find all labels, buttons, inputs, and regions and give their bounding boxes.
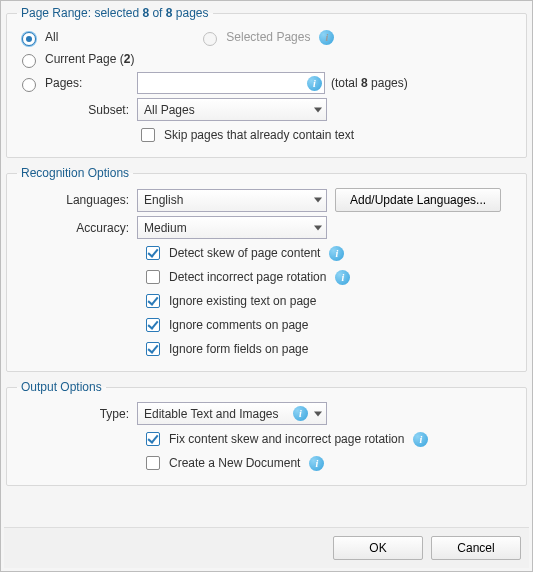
- total-pages-text: (total 8 pages): [331, 76, 408, 90]
- type-select[interactable]: Editable Text and Images i: [137, 402, 327, 425]
- check-ignore-text-label: Ignore existing text on page: [169, 294, 316, 308]
- accuracy-select[interactable]: Medium: [137, 216, 327, 239]
- chevron-down-icon: [314, 107, 322, 112]
- radio-selected-pages: Selected Pages i: [198, 29, 334, 46]
- ocr-dialog: Page Range: selected 8 of 8 pages All Se…: [0, 0, 533, 572]
- radio-current-page-label: Current Page (2): [45, 52, 134, 66]
- info-icon[interactable]: i: [319, 30, 334, 45]
- label-text: ): [130, 52, 134, 66]
- radio-current-page-input[interactable]: [22, 54, 36, 68]
- check-detect-skew-label: Detect skew of page content: [169, 246, 320, 260]
- pages-input-wrap: i: [137, 72, 325, 94]
- info-icon[interactable]: i: [413, 432, 428, 447]
- info-icon[interactable]: i: [329, 246, 344, 261]
- page-range-group: Page Range: selected 8 of 8 pages All Se…: [6, 6, 527, 158]
- chevron-down-icon: [314, 225, 322, 230]
- check-detect-rotation-input[interactable]: [146, 270, 160, 284]
- pages-input[interactable]: [137, 72, 325, 94]
- languages-value: English: [144, 193, 183, 207]
- add-update-languages-button[interactable]: Add/Update Languages...: [335, 188, 501, 212]
- label-text: Current Page (: [45, 52, 124, 66]
- radio-all-label: All: [45, 30, 58, 44]
- dialog-content: Page Range: selected 8 of 8 pages All Se…: [4, 4, 529, 527]
- accuracy-label: Accuracy:: [17, 221, 137, 235]
- chevron-down-icon: [314, 198, 322, 203]
- cancel-button[interactable]: Cancel: [431, 536, 521, 560]
- check-detect-skew[interactable]: Detect skew of page content i: [142, 243, 344, 263]
- radio-pages[interactable]: Pages:: [17, 75, 87, 92]
- info-icon[interactable]: i: [307, 76, 322, 91]
- check-fix-skew[interactable]: Fix content skew and incorrect page rota…: [142, 429, 428, 449]
- check-detect-rotation-label: Detect incorrect page rotation: [169, 270, 326, 284]
- dialog-footer: OK Cancel: [4, 527, 529, 568]
- check-new-doc[interactable]: Create a New Document i: [142, 453, 324, 473]
- legend-text: of: [149, 6, 166, 20]
- label-text: pages): [368, 76, 408, 90]
- check-ignore-comments-input[interactable]: [146, 318, 160, 332]
- check-ignore-comments-label: Ignore comments on page: [169, 318, 308, 332]
- languages-label: Languages:: [17, 193, 137, 207]
- output-legend: Output Options: [17, 380, 106, 394]
- check-ignore-fields[interactable]: Ignore form fields on page: [142, 339, 308, 359]
- ok-button[interactable]: OK: [333, 536, 423, 560]
- check-fix-skew-input[interactable]: [146, 432, 160, 446]
- check-detect-skew-input[interactable]: [146, 246, 160, 260]
- radio-pages-input[interactable]: [22, 78, 36, 92]
- legend-text: pages: [172, 6, 208, 20]
- legend-text: Page Range: selected: [21, 6, 142, 20]
- subset-value: All Pages: [144, 103, 195, 117]
- check-ignore-comments[interactable]: Ignore comments on page: [142, 315, 308, 335]
- check-skip-pages-label: Skip pages that already contain text: [164, 128, 354, 142]
- info-icon[interactable]: i: [309, 456, 324, 471]
- accuracy-value: Medium: [144, 221, 187, 235]
- radio-all-input[interactable]: [22, 32, 36, 46]
- page-range-legend: Page Range: selected 8 of 8 pages: [17, 6, 213, 20]
- check-skip-pages-input[interactable]: [141, 128, 155, 142]
- radio-pages-label: Pages:: [45, 76, 82, 90]
- languages-select[interactable]: English: [137, 189, 327, 212]
- check-ignore-text[interactable]: Ignore existing text on page: [142, 291, 316, 311]
- subset-select[interactable]: All Pages: [137, 98, 327, 121]
- output-group: Output Options Type: Editable Text and I…: [6, 380, 527, 486]
- info-icon[interactable]: i: [293, 406, 308, 421]
- radio-current-page[interactable]: Current Page (2): [17, 51, 134, 68]
- radio-selected-pages-label: Selected Pages: [226, 30, 310, 44]
- check-ignore-text-input[interactable]: [146, 294, 160, 308]
- subset-label: Subset:: [17, 103, 137, 117]
- type-label: Type:: [17, 407, 137, 421]
- check-fix-skew-label: Fix content skew and incorrect page rota…: [169, 432, 404, 446]
- chevron-down-icon: [314, 411, 322, 416]
- radio-selected-pages-input: [203, 32, 217, 46]
- recognition-group: Recognition Options Languages: English A…: [6, 166, 527, 372]
- check-ignore-fields-input[interactable]: [146, 342, 160, 356]
- check-new-doc-label: Create a New Document: [169, 456, 300, 470]
- check-new-doc-input[interactable]: [146, 456, 160, 470]
- check-skip-pages[interactable]: Skip pages that already contain text: [137, 125, 354, 145]
- label-text: (total: [331, 76, 361, 90]
- total-count: 8: [361, 76, 368, 90]
- check-detect-rotation[interactable]: Detect incorrect page rotation i: [142, 267, 350, 287]
- type-value: Editable Text and Images: [144, 407, 279, 421]
- recognition-legend: Recognition Options: [17, 166, 133, 180]
- check-ignore-fields-label: Ignore form fields on page: [169, 342, 308, 356]
- radio-all[interactable]: All: [17, 29, 58, 46]
- info-icon[interactable]: i: [335, 270, 350, 285]
